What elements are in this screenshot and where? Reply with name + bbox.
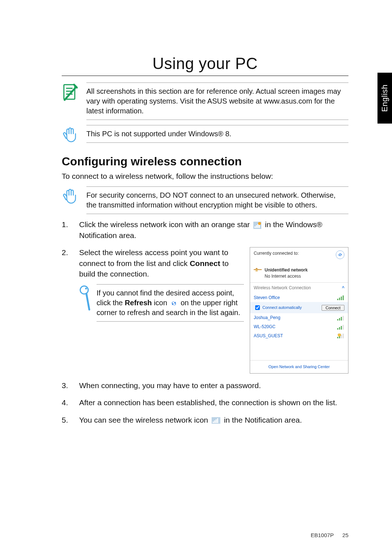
svg-rect-34 bbox=[217, 418, 218, 423]
chapter-title: Using your PC bbox=[62, 22, 348, 76]
svg-rect-16 bbox=[341, 297, 342, 300]
no-internet-label: No Internet access bbox=[265, 273, 308, 279]
note-reference-screenshots: All screenshots in this section are for … bbox=[62, 82, 348, 120]
svg-rect-21 bbox=[343, 316, 344, 321]
step-text: Click the wireless network icon with an … bbox=[79, 220, 252, 229]
step-4: After a connection has been established,… bbox=[62, 397, 348, 408]
connect-auto-input[interactable] bbox=[255, 305, 260, 310]
refresh-arrows-icon bbox=[171, 301, 177, 306]
step-3: When connecting, you may have to enter a… bbox=[62, 380, 348, 391]
network-name: Joshua_Peng bbox=[254, 315, 280, 321]
tip-refresh: If you cannot find the desired access po… bbox=[79, 284, 244, 322]
svg-rect-19 bbox=[339, 318, 340, 321]
tip-text: If you cannot find the desired access po… bbox=[97, 284, 244, 322]
language-label: English bbox=[380, 84, 389, 112]
svg-rect-29 bbox=[343, 334, 344, 338]
note-text: All screenshots in this section are for … bbox=[86, 82, 348, 120]
svg-rect-15 bbox=[339, 298, 340, 300]
step-5: You can see the wireless network icon in… bbox=[62, 415, 348, 425]
note-text: This PC is not supported under Windows® … bbox=[86, 125, 348, 143]
svg-point-9 bbox=[258, 222, 261, 225]
wifi-flyout-screenshot: Currently connected to: Unidentified net… bbox=[250, 247, 348, 374]
svg-rect-25 bbox=[343, 325, 344, 330]
open-network-center-link[interactable]: Open Network and Sharing Center bbox=[250, 360, 348, 373]
svg-rect-7 bbox=[257, 224, 258, 228]
wireless-connection-label: Wireless Network Connection bbox=[254, 285, 311, 291]
svg-rect-0 bbox=[64, 85, 75, 99]
svg-rect-26 bbox=[337, 337, 338, 338]
signal-strength-icon bbox=[337, 325, 344, 330]
hand-stop-icon bbox=[62, 187, 78, 206]
network-home-icon bbox=[254, 267, 262, 273]
section-heading-wireless: Configuring wireless connection bbox=[62, 155, 348, 168]
network-item[interactable]: WL-520GC bbox=[250, 322, 348, 331]
unidentified-network-label: Unidentified network bbox=[265, 267, 308, 273]
refresh-button[interactable] bbox=[336, 250, 344, 259]
svg-point-11 bbox=[85, 288, 87, 290]
wireless-star-icon bbox=[253, 222, 261, 229]
language-thumb-tab: English bbox=[377, 73, 392, 124]
svg-rect-13 bbox=[256, 269, 258, 271]
signal-strength-icon bbox=[337, 295, 344, 300]
network-name: WL-520GC bbox=[254, 324, 275, 330]
footer-model: EB1007P bbox=[311, 532, 334, 538]
step-text: in the Notification area. bbox=[224, 416, 302, 424]
svg-rect-33 bbox=[216, 419, 217, 423]
network-name: Steven Office bbox=[254, 295, 280, 301]
svg-rect-17 bbox=[343, 295, 344, 300]
svg-rect-18 bbox=[337, 319, 338, 321]
hand-stop-icon bbox=[62, 126, 78, 145]
note-icon bbox=[62, 83, 78, 102]
svg-rect-31 bbox=[213, 422, 214, 423]
step-2: Select the wireless access point you wan… bbox=[62, 247, 348, 374]
network-item[interactable]: Steven Office bbox=[250, 293, 348, 302]
wireless-bars-icon bbox=[212, 417, 220, 424]
connect-auto-label: Connect automatically bbox=[262, 305, 302, 310]
note-text: For security concerns, DO NOT connect to… bbox=[86, 186, 348, 214]
svg-rect-14 bbox=[337, 299, 338, 300]
section-intro: To connect to a wireless network, follow… bbox=[62, 171, 348, 181]
note-windows8-unsupported: This PC is not supported under Windows® … bbox=[62, 125, 348, 145]
step-1: Click the wireless network icon with an … bbox=[62, 219, 348, 241]
footer-page-number: 25 bbox=[342, 532, 348, 538]
network-item-selected: Connect automatically Connect bbox=[250, 302, 348, 313]
connect-auto-checkbox[interactable]: Connect automatically bbox=[254, 304, 302, 311]
page-footer: EB1007P 25 bbox=[311, 532, 348, 538]
step-emph: Connect bbox=[190, 259, 220, 267]
svg-rect-22 bbox=[337, 328, 338, 330]
note-security-warning: For security concerns, DO NOT connect to… bbox=[62, 186, 348, 214]
signal-shield-icon bbox=[337, 333, 344, 338]
svg-rect-5 bbox=[254, 226, 256, 228]
chevron-up-icon[interactable]: ^ bbox=[342, 285, 344, 291]
network-name: ASUS_GUEST bbox=[254, 333, 283, 339]
magnifier-icon bbox=[79, 285, 91, 311]
network-item[interactable]: ASUS_GUEST bbox=[250, 331, 348, 341]
svg-point-10 bbox=[80, 286, 88, 294]
svg-rect-28 bbox=[341, 335, 342, 338]
currently-connected-label: Currently connected to: bbox=[254, 250, 299, 257]
svg-rect-24 bbox=[341, 326, 342, 330]
step-text: You can see the wireless network icon bbox=[79, 416, 210, 424]
svg-rect-23 bbox=[339, 327, 340, 330]
svg-rect-6 bbox=[256, 225, 257, 228]
svg-rect-32 bbox=[214, 420, 215, 423]
network-item[interactable]: Joshua_Peng bbox=[250, 313, 348, 322]
connect-button[interactable]: Connect bbox=[322, 305, 344, 311]
svg-rect-20 bbox=[341, 317, 342, 321]
signal-strength-icon bbox=[337, 315, 344, 321]
